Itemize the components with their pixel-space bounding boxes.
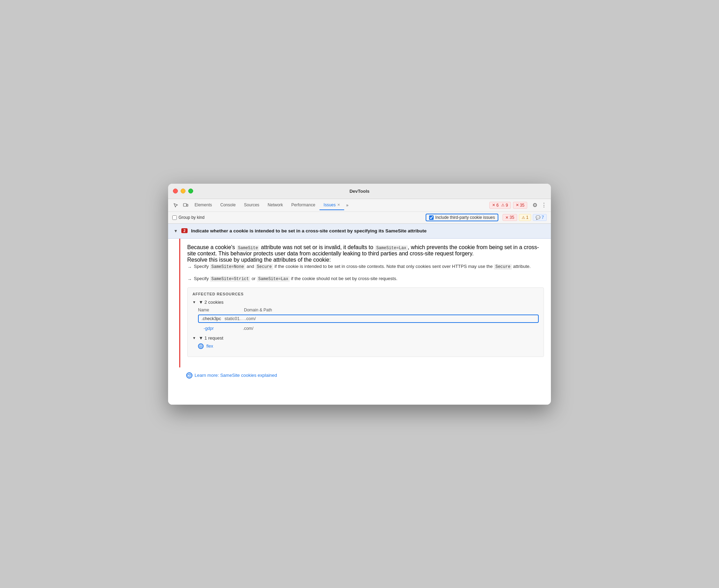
error-count: 6 (496, 203, 499, 208)
samesite-lax-code: SameSite=Lax (375, 245, 408, 251)
samesite-strict-code: SameSite=Strict (210, 276, 250, 282)
requests-count: ▼ 1 request (199, 335, 223, 341)
error-badge[interactable]: ✕ 6 ⚠ 9 (489, 202, 511, 209)
bullet-1: → Specify SameSite=None and Secure if th… (187, 263, 544, 271)
settings-icon[interactable]: ⚙ (530, 200, 540, 210)
tab-console[interactable]: Console (216, 200, 240, 210)
requests-group: ▼ ▼ 1 request flex (192, 335, 539, 349)
cookie2-link[interactable]: -gdpr (204, 326, 215, 331)
error-icon: ✕ (492, 203, 495, 207)
tab-issues[interactable]: Issues ✕ (319, 200, 344, 210)
filter-info-icon: 💬 (536, 215, 540, 220)
filter-info-badge[interactable]: 💬 7 (533, 214, 547, 221)
learn-more-link[interactable]: Learn more: SameSite cookies explained (174, 367, 551, 383)
tab-performance[interactable]: Performance (287, 200, 319, 210)
request-link[interactable]: flex (206, 344, 213, 349)
svg-rect-0 (183, 204, 187, 206)
cookies-count: ▼ 2 cookies (199, 300, 223, 305)
request-row: flex (198, 343, 539, 349)
cookie-2-row[interactable]: -gdpr .com/ (198, 325, 539, 331)
issues-badge[interactable]: ✕ 35 (513, 202, 527, 209)
minimize-button[interactable] (181, 189, 185, 193)
more-options-icon[interactable]: ⋮ (540, 200, 548, 210)
arrow-icon-1: → (187, 264, 192, 271)
svg-rect-1 (187, 204, 188, 206)
svg-point-4 (189, 376, 189, 377)
toolbar: Elements Console Sources Network Perform… (168, 199, 551, 224)
warning-icon: ⚠ (501, 203, 505, 207)
cookie1-name: .check3pc (202, 316, 221, 321)
devtools-window: DevTools Elements Console (168, 184, 551, 405)
requests-group-header[interactable]: ▼ ▼ 1 request (192, 335, 539, 341)
cookies-triangle-icon: ▼ (192, 300, 196, 304)
cookies-table: Name Domain & Path .check3pc static01.….… (198, 308, 539, 331)
filter-badges: ✕ 35 ⚠ 1 💬 7 (503, 214, 547, 221)
tab-elements[interactable]: Elements (190, 200, 216, 210)
issue-content-wrapper: Because a cookie's SameSite attribute wa… (168, 239, 551, 367)
cookie1-domain: static01.….com/ (224, 316, 256, 321)
group-by-kind-label[interactable]: Group by kind (172, 215, 205, 220)
issue-arrow-icon: ▼ (174, 229, 178, 233)
issues-error-icon: ✕ (516, 203, 519, 207)
filter-row: Group by kind Include third-party cookie… (168, 212, 551, 223)
content-area: ▼ 2 Indicate whether a cookie is intende… (168, 224, 551, 405)
cookies-group: ▼ ▼ 2 cookies Name Domain & Path (192, 300, 539, 331)
affected-resources-label: AFFECTED RESOURCES (192, 292, 539, 296)
samesite-code: SameSite (237, 245, 260, 251)
device-icon[interactable] (181, 200, 190, 210)
tab-network[interactable]: Network (263, 200, 287, 210)
window-title: DevTools (349, 189, 370, 194)
more-tabs-button[interactable]: » (344, 201, 351, 209)
issue-count-badge: 2 (181, 228, 188, 233)
close-button[interactable] (173, 189, 178, 193)
request-download-icon (198, 343, 204, 349)
tab-close-icon[interactable]: ✕ (337, 203, 340, 207)
tab-sources[interactable]: Sources (240, 200, 263, 210)
issue-body: Because a cookie's SameSite attribute wa… (180, 239, 551, 367)
filter-warning-icon: ⚠ (522, 215, 525, 220)
secure-code-1: Secure (255, 264, 273, 270)
bullet-2: → Specify SameSite=Strict or SameSite=La… (187, 275, 544, 283)
traffic-lights (173, 189, 193, 193)
samesite-lax-code-2: SameSite=Lax (257, 276, 290, 282)
issue-description-2: Resolve this issue by updating the attri… (187, 257, 544, 263)
col-name: Name (198, 308, 209, 312)
filter-error-badge[interactable]: ✕ 35 (503, 214, 517, 221)
issue-title: Indicate whether a cookie is intended to… (191, 228, 427, 235)
filter-warning-badge[interactable]: ⚠ 1 (519, 214, 531, 221)
maximize-button[interactable] (188, 189, 193, 193)
warning-count: 9 (506, 203, 508, 208)
third-party-checkbox[interactable] (429, 215, 434, 220)
issue-header[interactable]: ▼ 2 Indicate whether a cookie is intende… (168, 224, 551, 239)
affected-resources-section: AFFECTED RESOURCES ▼ ▼ 2 cookies Name Do… (187, 287, 544, 357)
samesite-none-code: SameSite=None (210, 264, 245, 270)
cookies-group-header[interactable]: ▼ ▼ 2 cookies (192, 300, 539, 305)
col-domain: Domain & Path (244, 308, 272, 312)
table-header: Name Domain & Path (198, 308, 539, 312)
learn-more-text: Learn more: SameSite cookies explained (195, 373, 277, 378)
arrow-icon-2: → (187, 276, 192, 283)
secure-code-2: Secure (494, 264, 512, 270)
titlebar: DevTools (168, 184, 551, 199)
requests-triangle-icon: ▼ (192, 336, 196, 340)
learn-more-icon (186, 372, 192, 379)
cursor-icon[interactable] (171, 200, 181, 210)
filter-error-icon: ✕ (505, 215, 508, 220)
issues-count: 35 (520, 203, 524, 208)
cookie-1-row[interactable]: .check3pc static01.….com/ (198, 315, 539, 323)
badge-group: ✕ 6 ⚠ 9 ✕ 35 (489, 202, 527, 209)
tabs-row: Elements Console Sources Network Perform… (168, 199, 551, 212)
third-party-cookie-filter[interactable]: Include third-party cookie issues (426, 214, 498, 221)
cookie2-domain: .com/ (243, 326, 254, 331)
issue-description-1: Because a cookie's SameSite attribute wa… (187, 244, 544, 257)
group-by-kind-checkbox[interactable] (172, 215, 177, 220)
